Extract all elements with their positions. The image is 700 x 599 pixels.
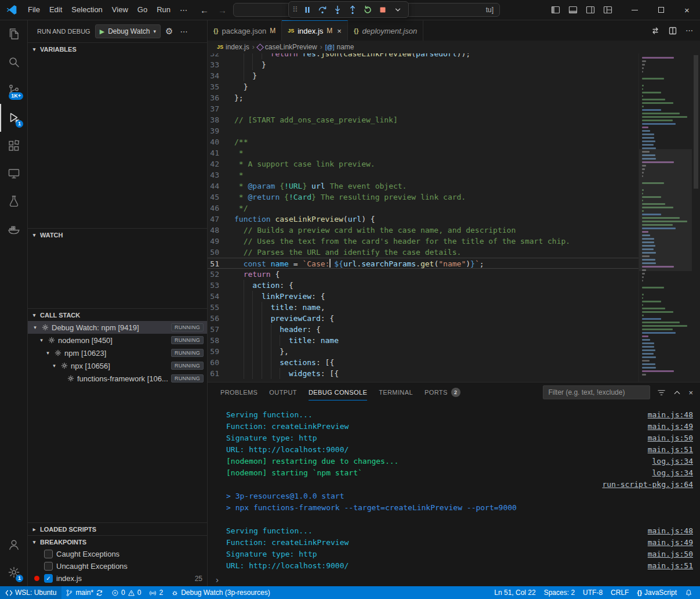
- code-line[interactable]: 32 return res.json(caseLinkPreview(parse…: [208, 53, 639, 59]
- panel-tab-problems[interactable]: PROBLEMS: [215, 383, 263, 402]
- breadcrumb-symbol-field[interactable]: name: [325, 43, 354, 51]
- console-source-link[interactable]: log.js:34: [652, 456, 693, 467]
- line-number[interactable]: 38: [208, 114, 234, 125]
- drag-handle-icon[interactable]: [292, 5, 300, 14]
- code-line[interactable]: 33 }: [208, 59, 639, 70]
- cursor-position-status[interactable]: Ln 51, Col 22: [490, 586, 539, 599]
- editor-more-actions-icon[interactable]: ⋯: [686, 26, 693, 35]
- maximize-button[interactable]: [648, 0, 674, 20]
- notifications-bell[interactable]: [681, 586, 697, 599]
- code-line[interactable]: 52 return {: [208, 269, 639, 280]
- split-editor-icon[interactable]: [668, 26, 677, 35]
- problems-status[interactable]: 0 0: [107, 586, 145, 599]
- code-line[interactable]: 58 title: name: [208, 335, 639, 346]
- remote-indicator[interactable]: WSL: Ubuntu: [0, 586, 61, 599]
- menu-selection[interactable]: Selection: [67, 3, 107, 17]
- line-number[interactable]: 53: [208, 280, 234, 291]
- debug-console-input[interactable]: ›: [208, 572, 700, 586]
- code-line[interactable]: 55 title: name,: [208, 302, 639, 313]
- line-number[interactable]: 46: [208, 203, 234, 214]
- menu-view[interactable]: View: [107, 3, 133, 17]
- menu-edit[interactable]: Edit: [45, 3, 67, 17]
- chevron-down-icon[interactable]: [31, 324, 39, 330]
- line-number[interactable]: 36: [208, 92, 234, 103]
- configure-gear-icon[interactable]: ⚙: [165, 26, 173, 37]
- testing-icon[interactable]: [0, 187, 27, 215]
- panel-tab-terminal[interactable]: TERMINAL: [373, 383, 419, 402]
- accounts-icon[interactable]: [0, 531, 27, 558]
- code-line[interactable]: 41 *: [208, 147, 639, 158]
- code-line[interactable]: 61 widgets: [{: [208, 368, 639, 379]
- loaded-scripts-section-header[interactable]: LOADED SCRIPTS: [28, 522, 207, 535]
- source-control-icon[interactable]: 1K+: [0, 76, 27, 104]
- panel-tab-debug-console[interactable]: DEBUG CONSOLE: [303, 383, 373, 402]
- menu-go[interactable]: Go: [133, 3, 152, 17]
- settings-gear-icon[interactable]: 1: [0, 558, 27, 586]
- console-source-link[interactable]: main.js:49: [648, 537, 693, 549]
- code-line[interactable]: 47 function caseLinkPreview(url) {: [208, 214, 639, 225]
- line-number[interactable]: 59: [208, 346, 234, 357]
- line-number[interactable]: 44: [208, 181, 234, 192]
- chevron-down-icon[interactable]: [50, 363, 58, 369]
- minimap[interactable]: [639, 53, 692, 382]
- tab-package-json[interactable]: package.json M: [208, 20, 282, 41]
- line-number[interactable]: 57: [208, 324, 234, 335]
- debug-session-status[interactable]: Debug Watch (3p-resources): [167, 586, 274, 599]
- code-line[interactable]: 37: [208, 103, 639, 114]
- docker-icon[interactable]: [0, 215, 27, 243]
- console-filter-input[interactable]: [543, 385, 650, 399]
- line-number[interactable]: 49: [208, 236, 234, 247]
- indentation-status[interactable]: Spaces: 2: [540, 586, 579, 599]
- code-line[interactable]: 40 /**: [208, 136, 639, 147]
- breakpoint-row[interactable]: Caught Exceptions: [28, 548, 207, 560]
- code-line[interactable]: 53 action: {: [208, 280, 639, 291]
- nav-back-icon[interactable]: ←: [200, 5, 209, 15]
- chevron-down-icon[interactable]: [44, 350, 52, 356]
- console-source-link[interactable]: main.js:51: [648, 560, 693, 572]
- code-line[interactable]: 59 },: [208, 346, 639, 357]
- line-number[interactable]: 42: [208, 158, 234, 169]
- call-stack-item[interactable]: npx [10656] RUNNING: [28, 359, 207, 372]
- breakpoint-row[interactable]: index.js 25: [28, 572, 207, 584]
- panel-tab-output[interactable]: OUTPUT: [263, 383, 303, 402]
- line-number[interactable]: 60: [208, 357, 234, 368]
- line-number[interactable]: 37: [208, 103, 234, 114]
- console-source-link[interactable]: main.js:48: [648, 409, 693, 421]
- explorer-icon[interactable]: [0, 20, 27, 48]
- code-line[interactable]: 48 // Builds a preview card with the cas…: [208, 225, 639, 236]
- minimap-slider[interactable]: [639, 149, 692, 271]
- code-editor[interactable]: 32 return res.json(caseLinkPreview(parse…: [208, 53, 700, 382]
- extensions-icon[interactable]: [0, 132, 27, 160]
- step-into-icon[interactable]: [331, 2, 345, 17]
- code-line[interactable]: 51 const name = `Case: ${url.searchParam…: [208, 258, 639, 269]
- menu-overflow[interactable]: ⋯: [175, 6, 192, 15]
- line-number[interactable]: 39: [208, 125, 234, 136]
- call-stack-item[interactable]: functions-framework [106... RUNNING: [28, 372, 207, 385]
- breadcrumb-file[interactable]: index.js: [217, 43, 249, 51]
- ports-status[interactable]: 2: [145, 586, 167, 599]
- breadcrumb-symbol-method[interactable]: caseLinkPreview: [257, 43, 317, 51]
- open-changes-icon[interactable]: [651, 26, 660, 35]
- line-number[interactable]: 54: [208, 291, 234, 302]
- close-tab-icon[interactable]: ×: [337, 27, 342, 35]
- close-panel-icon[interactable]: ×: [688, 388, 693, 397]
- console-source-link[interactable]: main.js:50: [648, 432, 693, 444]
- call-stack-item[interactable]: npm [10623] RUNNING: [28, 347, 207, 359]
- line-number[interactable]: 55: [208, 302, 234, 313]
- restart-icon[interactable]: [361, 2, 375, 17]
- maximize-panel-icon[interactable]: [673, 388, 681, 397]
- launch-config-dropdown[interactable]: ▶ Debug Watch ▾: [95, 24, 161, 38]
- toggle-panel-icon[interactable]: [568, 5, 578, 15]
- console-source-link[interactable]: main.js:51: [648, 444, 693, 456]
- stop-icon[interactable]: [376, 2, 390, 17]
- debug-start-icon[interactable]: ▶: [100, 28, 104, 35]
- call-stack-section-header[interactable]: CALL STACK: [28, 308, 207, 321]
- code-line[interactable]: 43 *: [208, 169, 639, 181]
- close-button[interactable]: ×: [674, 0, 700, 20]
- call-stack-item[interactable]: Debug Watch: npm [9419] RUNNING: [28, 321, 207, 334]
- watch-section-header[interactable]: WATCH: [28, 228, 207, 241]
- line-number[interactable]: 43: [208, 169, 234, 181]
- panel-tab-ports[interactable]: PORTS 2: [419, 383, 466, 402]
- breakpoint-checkbox[interactable]: [44, 574, 53, 583]
- minimize-button[interactable]: [622, 0, 648, 20]
